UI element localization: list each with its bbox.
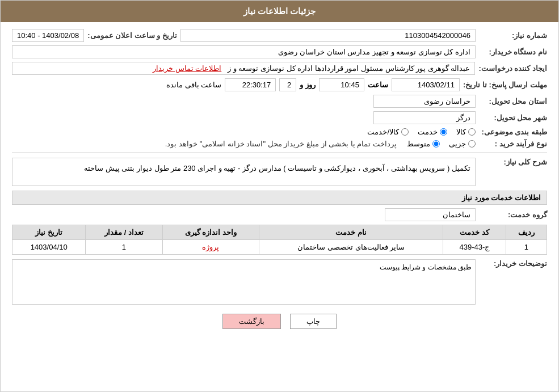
cell-date: 1403/04/10 bbox=[12, 240, 86, 255]
service-group-label: گروه خدمت: bbox=[479, 210, 547, 219]
purchase-type-row: نوع فرآیند خرید : جزیی متوسط پرداخت تمام… bbox=[12, 140, 547, 148]
purchase-motavaset[interactable]: متوسط bbox=[407, 140, 440, 148]
creator-label: ایجاد کننده درخواست: bbox=[478, 64, 547, 73]
purchase-jozii-label: جزیی bbox=[449, 140, 466, 148]
col-row: ردیف bbox=[506, 225, 547, 240]
col-count: تعداد / مقدار bbox=[86, 225, 162, 240]
category-kala-radio[interactable] bbox=[468, 128, 476, 136]
buyer-org-label: نام دستگاه خریدار: bbox=[479, 48, 547, 56]
city-row: شهر محل تحویل: درگز bbox=[12, 111, 547, 124]
services-section-title: اطلاعات خدمات مورد نیاز bbox=[12, 191, 547, 205]
service-group-row: گروه خدمت: ساختمان bbox=[12, 208, 547, 221]
content-area: شماره نیاز: 1103004542000046 تاریخ و ساع… bbox=[1, 22, 558, 345]
request-number-row: شماره نیاز: 1103004542000046 تاریخ و ساع… bbox=[12, 29, 547, 42]
buyer-notes-value: طبق مشخصات و شرایط پیوست bbox=[12, 259, 476, 305]
purchase-type-label: نوع فرآیند خرید : bbox=[479, 140, 547, 148]
buyer-notes-row: توضیحات خریدار: طبق مشخصات و شرایط پیوست bbox=[12, 259, 547, 305]
cell-name: سایر فعالیت‌های تخصصی ساختمان bbox=[259, 240, 443, 255]
city-label: شهر محل تحویل: bbox=[479, 113, 547, 122]
bottom-buttons: چاپ بازگشت bbox=[12, 314, 547, 338]
page-header: جزئیات اطلاعات نیاز bbox=[1, 1, 558, 22]
send-days-value: 2 bbox=[279, 78, 296, 91]
send-date-value: 1403/02/11 bbox=[392, 78, 460, 91]
request-number-value: 1103004542000046 bbox=[180, 29, 476, 42]
category-kala-khadamat-radio[interactable] bbox=[401, 128, 409, 136]
province-value: خراسان رضوی bbox=[373, 95, 476, 108]
cell-count: 1 bbox=[86, 240, 162, 255]
page-container: جزئیات اطلاعات نیاز شماره نیاز: 11030045… bbox=[0, 0, 559, 392]
col-unit: واحد اندازه گیری bbox=[162, 225, 259, 240]
purchase-jozii-radio[interactable] bbox=[468, 140, 476, 147]
remaining-label: ساعت باقی مانده bbox=[166, 81, 221, 89]
description-value: تکمیل ( سرویس بهداشتی ، آبخوری ، دیوارکش… bbox=[12, 158, 476, 186]
cell-row: 1 bbox=[506, 240, 547, 255]
col-name: نام خدمت bbox=[259, 225, 443, 240]
category-row: طبقه بندی موضوعی: کالا خدمت کالا/خدمت bbox=[12, 128, 547, 136]
purchase-type-note: پرداخت تمام یا بخشی از مبلغ خریداز محل "… bbox=[165, 140, 397, 148]
cell-code: ج-43-439 bbox=[443, 240, 506, 255]
send-date-row: مهلت ارسال پاسخ: تا تاریخ: 1403/02/11 سا… bbox=[12, 78, 547, 91]
category-label: طبقه بندی موضوعی: bbox=[479, 128, 547, 136]
print-button[interactable]: چاپ bbox=[290, 314, 337, 329]
category-khadamat-radio[interactable] bbox=[440, 128, 447, 136]
col-code: کد خدمت bbox=[443, 225, 506, 240]
send-time-value: 10:45 bbox=[319, 78, 364, 91]
buyer-org-row: نام دستگاه خریدار: اداره کل توسازی توسعه… bbox=[12, 45, 547, 58]
category-radio-group: کالا خدمت کالا/خدمت bbox=[367, 128, 476, 136]
remaining-time-value: 22:30:17 bbox=[225, 78, 276, 91]
description-row: شرح کلی نیاز: تکمیل ( سرویس بهداشتی ، آب… bbox=[12, 158, 547, 186]
request-number-label: شماره نیاز: bbox=[479, 31, 547, 40]
category-kala-label: کالا bbox=[456, 128, 466, 136]
province-row: استان محل تحویل: خراسان رضوی bbox=[12, 95, 547, 108]
buyer-org-value: اداره کل توسازی توسعه و تجهیز مدارس استا… bbox=[12, 45, 476, 58]
buyer-notes-label: توضیحات خریدار: bbox=[479, 259, 547, 268]
category-khadamat-label: خدمت bbox=[418, 128, 438, 136]
announce-date-value: 1403/02/08 - 10:40 bbox=[12, 29, 84, 42]
creator-row: ایجاد کننده درخواست: عبداله گوهری پور کا… bbox=[12, 62, 547, 75]
category-kala-khadamat-label: کالا/خدمت bbox=[367, 128, 399, 136]
purchase-motavaset-label: متوسط bbox=[407, 140, 430, 148]
col-date: تاریخ نیاز bbox=[12, 225, 86, 240]
description-label: شرح کلی نیاز: bbox=[479, 158, 547, 166]
divider-1 bbox=[12, 153, 547, 153]
category-khadamat[interactable]: خدمت bbox=[418, 128, 447, 136]
announce-date-label: تاریخ و ساعت اعلان عمومی: bbox=[87, 31, 177, 40]
purchase-type-radio-group: جزیی متوسط bbox=[407, 140, 476, 148]
province-label: استان محل تحویل: bbox=[479, 97, 547, 106]
unit-link[interactable]: پروژه bbox=[202, 243, 219, 251]
table-header-row: ردیف کد خدمت نام خدمت واحد اندازه گیری ت… bbox=[12, 225, 547, 240]
back-button[interactable]: بازگشت bbox=[222, 314, 281, 329]
page-title: جزئیات اطلاعات نیاز bbox=[243, 6, 316, 16]
send-date-label: مهلت ارسال پاسخ: تا تاریخ: bbox=[463, 81, 547, 89]
cell-unit: پروژه bbox=[162, 240, 259, 255]
table-row: 1 ج-43-439 سایر فعالیت‌های تخصصی ساختمان… bbox=[12, 240, 547, 255]
service-group-value: ساختمان bbox=[385, 208, 476, 221]
services-table: ردیف کد خدمت نام خدمت واحد اندازه گیری ت… bbox=[12, 225, 547, 255]
creator-contact-link[interactable]: اطلاعات تماس خریدار bbox=[153, 64, 221, 73]
city-value: درگز bbox=[373, 111, 476, 124]
purchase-jozii[interactable]: جزیی bbox=[449, 140, 476, 148]
category-kala-khadamat[interactable]: کالا/خدمت bbox=[367, 128, 409, 136]
send-time-label: ساعت bbox=[368, 81, 388, 89]
creator-value: عبداله گوهری پور کارشناس مسئول امور قرار… bbox=[12, 62, 475, 75]
category-kala[interactable]: کالا bbox=[456, 128, 476, 136]
days-label: روز و bbox=[300, 81, 316, 89]
purchase-motavaset-radio[interactable] bbox=[432, 140, 440, 147]
